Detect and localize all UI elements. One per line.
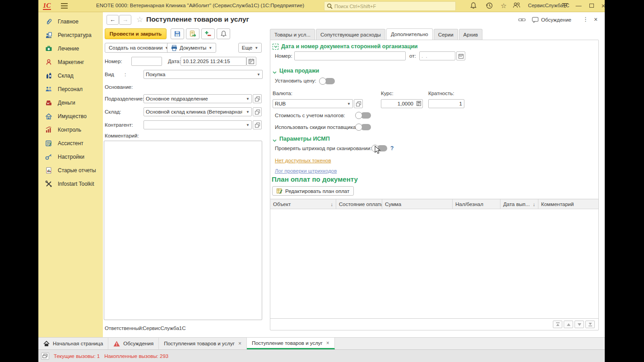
move-top-icon[interactable] bbox=[553, 321, 562, 328]
currency-input[interactable] bbox=[273, 100, 345, 108]
comment-textarea[interactable] bbox=[104, 141, 262, 320]
close-tab-icon[interactable]: × bbox=[238, 340, 241, 347]
collapse-chevron-icon[interactable] bbox=[273, 69, 277, 75]
ext-number-field[interactable] bbox=[294, 51, 406, 60]
sidebar-item-infostart-toolkit[interactable]: Infostart Toolkit bbox=[38, 177, 103, 191]
more-button[interactable]: Еще▼ bbox=[238, 43, 262, 53]
tab-archive[interactable]: Архив bbox=[459, 29, 482, 40]
bell-icon[interactable] bbox=[468, 2, 478, 10]
number-field[interactable] bbox=[131, 57, 162, 66]
currency-field[interactable]: ▼ bbox=[273, 99, 353, 108]
move-down-icon[interactable] bbox=[575, 321, 584, 328]
calculator-icon[interactable] bbox=[415, 101, 422, 107]
column-sum[interactable]: Сумма bbox=[382, 199, 453, 209]
collapse-section-icon[interactable] bbox=[273, 44, 278, 50]
date-input[interactable] bbox=[181, 57, 246, 65]
warehouse-input[interactable] bbox=[144, 108, 244, 116]
set-price-toggle[interactable] bbox=[319, 78, 335, 85]
number-input[interactable] bbox=[132, 57, 162, 65]
doc-section-title[interactable]: Дата и номер документа сторонней организ… bbox=[281, 43, 418, 50]
tab-receipt-document[interactable]: Поступление товаров и услуг × bbox=[247, 338, 335, 349]
tab-series[interactable]: Серии bbox=[434, 29, 458, 40]
tab-discussions[interactable]: Обсуждения bbox=[108, 338, 159, 349]
dropdown-arrow-icon[interactable]: ▼ bbox=[255, 73, 262, 77]
column-date[interactable]: Дата вып...↓ bbox=[500, 199, 538, 209]
more-menu-icon[interactable]: ⋮ bbox=[583, 16, 588, 23]
sidebar-item-assistant[interactable]: Ассистент bbox=[38, 137, 103, 150]
reminder-button[interactable] bbox=[217, 28, 230, 39]
discussion-icon[interactable] bbox=[532, 17, 539, 24]
service-menu-icon[interactable] bbox=[560, 2, 570, 10]
sort-desc-icon[interactable]: ↓ bbox=[531, 202, 536, 207]
dropdown-arrow-icon[interactable]: ▼ bbox=[244, 97, 251, 101]
kind-input[interactable] bbox=[144, 70, 255, 78]
forward-button[interactable]: → bbox=[119, 15, 131, 25]
column-object[interactable]: Объект↓ bbox=[270, 199, 336, 209]
sidebar-item-treatment[interactable]: Лечение bbox=[38, 42, 103, 55]
open-department-icon[interactable] bbox=[253, 94, 262, 103]
minimize-icon[interactable]: — bbox=[573, 1, 584, 10]
get-link-icon[interactable] bbox=[518, 17, 526, 24]
column-cash-noncash[interactable]: Нал/безнал bbox=[453, 199, 500, 209]
kind-field[interactable]: ▼ bbox=[144, 70, 263, 79]
favorites-star-icon[interactable]: ☆ bbox=[499, 2, 509, 10]
rate-input[interactable] bbox=[381, 100, 415, 108]
ismp-section-title[interactable]: Параметры ИСМП bbox=[279, 136, 330, 142]
collapse-chevron-icon[interactable] bbox=[273, 137, 277, 143]
move-up-icon[interactable] bbox=[564, 321, 573, 328]
open-contractor-icon[interactable] bbox=[253, 120, 262, 129]
edit-payment-plan-button[interactable]: Редактировать план оплат bbox=[272, 186, 354, 196]
open-warehouse-icon[interactable] bbox=[253, 107, 262, 116]
contractor-field[interactable]: ▼ bbox=[144, 120, 252, 129]
calendar-icon[interactable] bbox=[456, 51, 465, 60]
barcode-check-toggle[interactable] bbox=[371, 145, 388, 152]
main-menu-icon[interactable] bbox=[61, 3, 68, 9]
ext-date-input[interactable] bbox=[420, 52, 455, 60]
tab-additional[interactable]: Дополнительно bbox=[386, 28, 433, 40]
ext-date-field[interactable] bbox=[419, 51, 455, 60]
close-tab-icon[interactable]: × bbox=[326, 340, 329, 346]
save-button[interactable] bbox=[171, 28, 184, 39]
column-comment[interactable]: Комментарий bbox=[538, 199, 598, 209]
table-body-empty[interactable] bbox=[270, 209, 598, 319]
post-document-button[interactable] bbox=[186, 28, 199, 39]
dropdown-arrow-icon[interactable]: ▼ bbox=[345, 102, 352, 106]
create-based-on-button[interactable]: Создать на основании▼ bbox=[105, 43, 172, 53]
move-bottom-icon[interactable] bbox=[585, 321, 595, 328]
tab-receipts-list[interactable]: Поступления товаров и услуг × bbox=[159, 338, 247, 349]
maximize-icon[interactable] bbox=[586, 1, 597, 10]
tab-related-expenses[interactable]: Сопутствующие расходы bbox=[316, 29, 385, 40]
sidebar-item-main[interactable]: Главное bbox=[38, 15, 103, 28]
dropdown-arrow-icon[interactable]: ▼ bbox=[244, 110, 251, 114]
open-currency-icon[interactable] bbox=[354, 99, 363, 108]
calendar-icon[interactable] bbox=[246, 57, 256, 66]
supplier-discount-toggle[interactable] bbox=[355, 124, 371, 131]
sidebar-item-property[interactable]: Имущество bbox=[38, 110, 103, 123]
documents-button[interactable]: Документы▼ bbox=[167, 43, 216, 53]
sidebar-item-marketing[interactable]: Маркетинг bbox=[38, 55, 103, 69]
post-and-close-button[interactable]: Провести и закрыть bbox=[105, 28, 167, 39]
sidebar-item-settings[interactable]: Настройки bbox=[38, 150, 103, 164]
contractor-input[interactable] bbox=[144, 121, 244, 129]
sidebar-item-control[interactable]: Контроль bbox=[38, 123, 103, 137]
rate-field[interactable] bbox=[381, 99, 423, 108]
dropdown-arrow-icon[interactable]: ▼ bbox=[244, 123, 251, 127]
tab-home[interactable]: Начальная страница bbox=[38, 338, 108, 349]
tax-toggle[interactable] bbox=[355, 112, 371, 119]
users-icon[interactable] bbox=[511, 2, 521, 10]
multiplicity-field[interactable] bbox=[428, 99, 464, 108]
sidebar-item-warehouse[interactable]: Склад bbox=[38, 69, 103, 82]
search-input[interactable] bbox=[334, 4, 453, 9]
multiplicity-input[interactable] bbox=[429, 100, 464, 108]
ext-number-input[interactable] bbox=[295, 52, 405, 60]
discussion-link[interactable]: Обсуждение bbox=[541, 17, 571, 23]
movements-button[interactable] bbox=[201, 28, 215, 39]
favorite-star-icon[interactable]: ☆ bbox=[136, 15, 143, 24]
sidebar-item-staff[interactable]: Персонал bbox=[38, 82, 103, 96]
date-field[interactable] bbox=[181, 57, 246, 66]
history-icon[interactable] bbox=[484, 2, 494, 10]
global-search[interactable] bbox=[324, 1, 456, 11]
no-tokens-link[interactable]: Нет доступных токенов bbox=[275, 158, 331, 163]
barcode-log-link[interactable]: Лог проверки штрихкодов bbox=[275, 168, 337, 174]
tab-goods-services[interactable]: Товары и усл... bbox=[270, 29, 315, 40]
